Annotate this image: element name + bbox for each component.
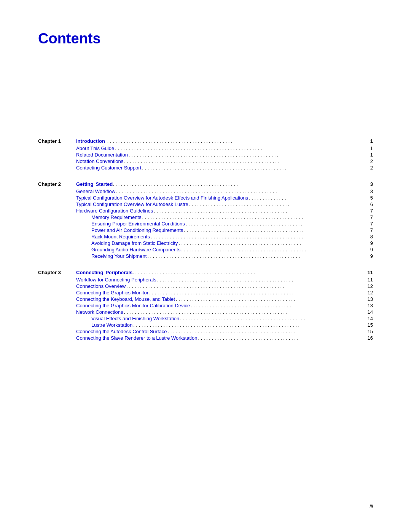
toc-entry-dots: . . . . . . . . . . . . . . . . . . . . … <box>142 165 365 171</box>
chapter-title-2[interactable]: GettingStarted. . . . . . . . . . . . . … <box>76 181 373 187</box>
toc-entry-title: Memory Requirements <box>91 214 142 220</box>
toc-entry-page: 7 <box>365 214 373 220</box>
chapter-page-1: 1 <box>365 138 373 144</box>
toc-entry-title: Rack Mount Requirements <box>91 234 150 240</box>
toc-sections: Chapter 1Introduction. . . . . . . . . .… <box>38 138 373 341</box>
toc-entry-title: Connecting the Autodesk Control Surface <box>76 329 167 334</box>
chapter-word1-3: Connecting <box>76 270 104 275</box>
toc-entry-page: 7 <box>365 221 373 227</box>
toc-entry-page: 15 <box>365 322 373 328</box>
toc-entry-title: Power and Air Conditioning Requirements <box>91 227 183 233</box>
toc-entry-dots: . . . . . . . . . . . . . . . . . . . . … <box>178 240 365 246</box>
toc-entry-page: 9 <box>365 240 373 246</box>
chapter-section-3: Chapter 3ConnectingPeripherals. . . . . … <box>38 270 373 341</box>
toc-entry-page: 9 <box>365 247 373 252</box>
toc-entry-dots: . . . . . . . . . . . . . . . . . . . . … <box>191 303 365 308</box>
toc-entry[interactable]: Receiving Your Shipment. . . . . . . . .… <box>38 253 373 259</box>
toc-entry[interactable]: Contacting Customer Support. . . . . . .… <box>38 165 373 171</box>
toc-entry-dots: . . . . . . . . . . . . . . . . . . . . … <box>181 247 365 252</box>
toc-entry-title: Lustre Workstation <box>91 322 132 328</box>
toc-entry[interactable]: About This Guide. . . . . . . . . . . . … <box>38 145 373 151</box>
footer-page-number: iii <box>370 503 373 509</box>
toc-entry[interactable]: Connecting the Autodesk Control Surface.… <box>38 329 373 334</box>
toc-entry-page: 2 <box>365 158 373 164</box>
toc-entry[interactable]: Connecting the Graphics Monitor Calibrat… <box>38 303 373 308</box>
toc-entry[interactable]: Power and Air Conditioning Requirements.… <box>38 227 373 233</box>
toc-entry[interactable]: Typical Configuration Overview for Autod… <box>38 195 373 201</box>
toc-entry-title: Ensuring Proper Environmental Conditions <box>91 221 185 227</box>
chapter-dots-2: . . . . . . . . . . . . . . . . . . . . … <box>113 181 364 187</box>
toc-entry[interactable]: Connecting the Slave Renderer to a Lustr… <box>38 335 373 341</box>
toc-entry-page: 5 <box>365 195 373 201</box>
toc-entry[interactable]: Memory Requirements. . . . . . . . . . .… <box>38 214 373 220</box>
toc-entry-dots: . . . . . . . . . . . . . . . . . . . . … <box>116 189 365 194</box>
chapter-word1-1: Introduction <box>76 138 105 144</box>
chapter-word2-2: Started <box>96 181 113 187</box>
toc-entry[interactable]: Connecting the Graphics Monitor. . . . .… <box>38 290 373 296</box>
toc-entry-page: 11 <box>365 277 373 283</box>
toc-entry-dots: . . . . . . . . . . . . . . . . . . . . … <box>151 234 365 240</box>
toc-entry-page: 15 <box>365 329 373 334</box>
toc-entry-page: 7 <box>365 227 373 233</box>
chapter-row-2: Chapter 2GettingStarted. . . . . . . . .… <box>38 181 373 187</box>
toc-entry[interactable]: Connections Overview. . . . . . . . . . … <box>38 283 373 289</box>
toc-entry-dots: . . . . . . . . . . . . . . . . . . . . … <box>129 152 365 158</box>
toc-entry[interactable]: Connecting the Keyboard, Mouse, and Tabl… <box>38 296 373 302</box>
toc-entry-dots: . . . . . . . . . . . . . . . . . . . . … <box>176 296 365 302</box>
chapter-section-1: Chapter 1Introduction. . . . . . . . . .… <box>38 138 373 171</box>
chapter-dots-1: . . . . . . . . . . . . . . . . . . . . … <box>107 138 364 144</box>
toc-entry-dots: . . . . . . . . . . . . . . . . . . . . … <box>142 214 365 220</box>
toc-entry-dots: . . . . . . . . . . . . . . . . . . . . … <box>189 201 365 207</box>
toc-entry-title: Connections Overview <box>76 283 126 289</box>
toc-entry-dots: . . . . . . . . . . . . . . . . . . . . … <box>184 227 365 233</box>
toc-entry-title: Grounding Audio Hardware Components <box>91 247 180 252</box>
chapter-row-1: Chapter 1Introduction. . . . . . . . . .… <box>38 138 373 144</box>
chapter-word2-3: Peripherals <box>106 270 133 275</box>
toc-entry-page: 12 <box>365 283 373 289</box>
toc-entry[interactable]: Visual Effects and Finishing Workstation… <box>38 316 373 321</box>
toc-entry-page: 6 <box>365 201 373 207</box>
toc-entry-page: 16 <box>365 335 373 341</box>
toc-entry-title: Connecting the Keyboard, Mouse, and Tabl… <box>76 296 175 302</box>
page-footer: iii <box>370 503 373 509</box>
toc-entry[interactable]: Network Connections. . . . . . . . . . .… <box>38 309 373 315</box>
chapter-page-3: 11 <box>365 270 373 275</box>
toc-entry-page: 13 <box>365 296 373 302</box>
toc-entry-page: 7 <box>365 208 373 214</box>
toc-entry[interactable]: General Workflow. . . . . . . . . . . . … <box>38 189 373 194</box>
toc-entry-page: 1 <box>365 152 373 158</box>
toc-entry-page: 14 <box>365 316 373 321</box>
toc-entry-dots: . . . . . . . . . . . . . . . . . . . . … <box>149 290 365 296</box>
toc-entry[interactable]: Lustre Workstation. . . . . . . . . . . … <box>38 322 373 328</box>
toc-entry-page: 14 <box>365 309 373 315</box>
chapter-word1-2: Getting <box>76 181 94 187</box>
toc-entry-title: Receiving Your Shipment <box>91 253 147 259</box>
toc-entry[interactable]: Related Documentation. . . . . . . . . .… <box>38 152 373 158</box>
toc-entry-title: Typical Configuration Overview for Autod… <box>76 195 248 201</box>
toc-entry[interactable]: Avoiding Damage from Static Electricity.… <box>38 240 373 246</box>
toc-entry-title: Connecting the Slave Renderer to a Lustr… <box>76 335 197 341</box>
toc-entry-title: Connecting the Graphics Monitor <box>76 290 148 296</box>
page-container: Contents Chapter 1Introduction. . . . . … <box>0 0 411 382</box>
toc-entry[interactable]: Typical Configuration Overview for Autod… <box>38 201 373 207</box>
toc-entry-dots: . . . . . . . . . . . . . . . . . . . . … <box>124 158 365 164</box>
toc-entry[interactable]: Rack Mount Requirements. . . . . . . . .… <box>38 234 373 240</box>
toc-entry-title: Contacting Customer Support <box>76 165 141 171</box>
toc-entry[interactable]: Notation Conventions. . . . . . . . . . … <box>38 158 373 164</box>
chapter-title-1[interactable]: Introduction. . . . . . . . . . . . . . … <box>76 138 373 144</box>
toc-entry-title: General Workflow <box>76 189 115 194</box>
toc-entry-title: Workflow for Connecting Peripherals <box>76 277 156 283</box>
toc-entry[interactable]: Hardware Configuration Guidelines. . . .… <box>38 208 373 214</box>
chapter-label-2: Chapter 2 <box>38 181 76 187</box>
toc-entry-title: About This Guide <box>76 145 114 151</box>
chapter-dots-3: . . . . . . . . . . . . . . . . . . . . … <box>132 270 364 275</box>
toc-entry-dots: . . . . . . . . . . . . . . <box>249 195 365 201</box>
toc-entry-dots: . . . . . . . . . . . . . . . . . . . . … <box>126 283 365 289</box>
toc-entry-dots: . . . . . . . . . . . . . . . . . . . . … <box>115 145 365 151</box>
toc-entry-title: Avoiding Damage from Static Electricity <box>91 240 178 246</box>
toc-entry-page: 2 <box>365 165 373 171</box>
toc-entry[interactable]: Workflow for Connecting Peripherals. . .… <box>38 277 373 283</box>
toc-entry[interactable]: Ensuring Proper Environmental Conditions… <box>38 221 373 227</box>
toc-entry[interactable]: Grounding Audio Hardware Components. . .… <box>38 247 373 252</box>
chapter-title-3[interactable]: ConnectingPeripherals. . . . . . . . . .… <box>76 270 373 275</box>
